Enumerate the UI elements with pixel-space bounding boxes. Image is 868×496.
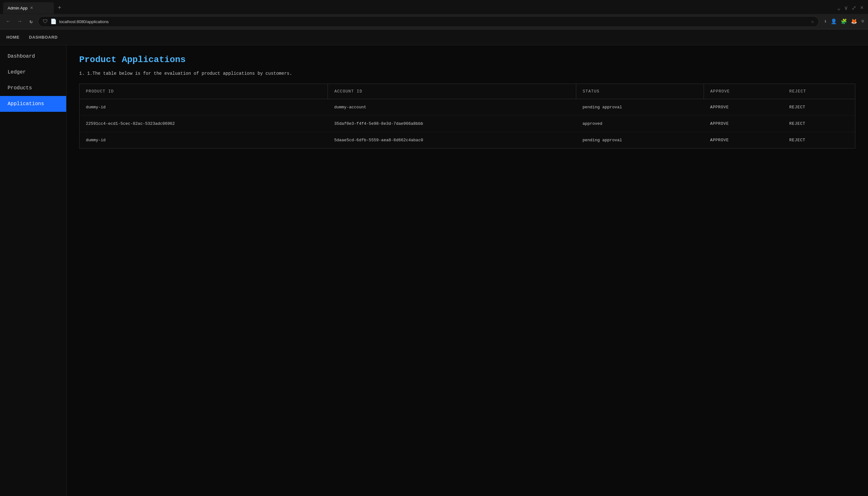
approve-button[interactable]: APPROVE xyxy=(710,121,729,126)
table-header-row: PRODUCT ID ACCOUNT ID STATUS APPROVE REJ… xyxy=(79,84,855,99)
cell-reject: REJECT xyxy=(783,115,855,132)
nav-dashboard[interactable]: DASHBOARD xyxy=(29,34,58,41)
col-header-account-id: ACCOUNT ID xyxy=(328,84,576,99)
cell-account-id: 35daf0e3-f4f4-5e98-8e3d-7dae966a8bbb xyxy=(328,115,576,132)
close-button[interactable]: × xyxy=(859,5,865,11)
cell-product-id: dummy-id xyxy=(79,132,328,149)
tab-close-button[interactable]: × xyxy=(30,5,33,11)
table-row: 22591cc4-ecd1-5cec-82ac-5323adc0696235da… xyxy=(79,115,855,132)
cell-status: pending approval xyxy=(576,99,704,115)
firefox-icon[interactable]: 🦊 xyxy=(851,18,857,25)
app-header: HOME DASHBOARD xyxy=(0,29,868,45)
cell-status: approved xyxy=(576,115,704,132)
applications-table: PRODUCT ID ACCOUNT ID STATUS APPROVE REJ… xyxy=(79,84,855,148)
app-body: Dashboard Ledger Products Applications P… xyxy=(0,45,868,496)
bookmark-icon[interactable]: ☆ xyxy=(811,18,814,25)
nav-home[interactable]: HOME xyxy=(6,34,20,41)
menu-icon[interactable]: ≡ xyxy=(861,19,864,25)
active-tab[interactable]: Admin App × xyxy=(3,2,54,14)
cell-status: pending approval xyxy=(576,132,704,149)
save-icon[interactable]: ⬇ xyxy=(824,18,827,25)
extensions-icon[interactable]: 🧩 xyxy=(841,18,847,25)
shield-icon: 🛡 xyxy=(43,19,48,25)
forward-button[interactable]: → xyxy=(15,17,24,26)
back-icon: ← xyxy=(7,19,10,25)
refresh-button[interactable]: ↻ xyxy=(27,17,35,26)
restore-button[interactable]: ∨ xyxy=(843,4,849,11)
window-controls: ⌄ ∨ ⤢ × xyxy=(836,4,865,11)
col-header-approve: APPROVE xyxy=(703,84,783,99)
sidebar-item-applications[interactable]: Applications xyxy=(0,96,66,112)
cell-approve: APPROVE xyxy=(703,132,783,149)
main-content: Product Applications 1. 1.The table belo… xyxy=(66,45,868,496)
url-display: localhost:8080/applications xyxy=(59,19,808,24)
page-title: Product Applications xyxy=(79,55,855,65)
tab-title: Admin App xyxy=(7,6,28,11)
cell-product-id: 22591cc4-ecd1-5cec-82ac-5323adc06962 xyxy=(79,115,328,132)
cell-product-id: dummy-id xyxy=(79,99,328,115)
sidebar-item-products[interactable]: Products xyxy=(0,80,66,96)
browser-toolbar-right: ⬇ 👤 🧩 🦊 ≡ xyxy=(824,18,864,25)
sidebar-item-ledger[interactable]: Ledger xyxy=(0,64,66,80)
table-row: dummy-id5daae5cd-6dfb-5559-aea8-8d662c4a… xyxy=(79,132,855,149)
col-header-product-id: PRODUCT ID xyxy=(79,84,328,99)
col-header-status: STATUS xyxy=(576,84,704,99)
reject-button[interactable]: REJECT xyxy=(789,105,806,110)
applications-table-container: PRODUCT ID ACCOUNT ID STATUS APPROVE REJ… xyxy=(79,83,855,149)
reject-button[interactable]: REJECT xyxy=(789,121,806,126)
cell-reject: REJECT xyxy=(783,99,855,115)
refresh-icon: ↻ xyxy=(29,18,33,25)
lock-icon: 📄 xyxy=(50,18,57,25)
tab-bar: Admin App × + ⌄ ∨ ⤢ × xyxy=(0,0,868,14)
new-tab-button[interactable]: + xyxy=(55,3,64,12)
cell-approve: APPROVE xyxy=(703,115,783,132)
table-row: dummy-iddummy-accountpending approvalAPP… xyxy=(79,99,855,115)
cell-account-id: dummy-account xyxy=(328,99,576,115)
profile-icon[interactable]: 👤 xyxy=(831,18,837,25)
col-header-reject: REJECT xyxy=(783,84,855,99)
sidebar-item-dashboard[interactable]: Dashboard xyxy=(0,48,66,64)
maximize-button[interactable]: ⤢ xyxy=(850,4,857,11)
reject-button[interactable]: REJECT xyxy=(789,138,806,142)
browser-nav: ← → ↻ 🛡 📄 localhost:8080/applications ☆ … xyxy=(0,14,868,29)
cell-reject: REJECT xyxy=(783,132,855,149)
address-bar[interactable]: 🛡 📄 localhost:8080/applications ☆ xyxy=(38,16,819,27)
minimize-button[interactable]: ⌄ xyxy=(836,4,842,11)
browser-chrome: Admin App × + ⌄ ∨ ⤢ × ← → ↻ 🛡 📄 localhos… xyxy=(0,0,868,29)
cell-approve: APPROVE xyxy=(703,99,783,115)
page-description: 1. 1.The table below is for the evaluati… xyxy=(79,71,855,76)
cell-account-id: 5daae5cd-6dfb-5559-aea8-8d662c4abac0 xyxy=(328,132,576,149)
back-button[interactable]: ← xyxy=(4,17,13,26)
sidebar: Dashboard Ledger Products Applications xyxy=(0,45,66,496)
approve-button[interactable]: APPROVE xyxy=(710,105,729,110)
approve-button[interactable]: APPROVE xyxy=(710,138,729,142)
forward-icon: → xyxy=(18,19,21,25)
